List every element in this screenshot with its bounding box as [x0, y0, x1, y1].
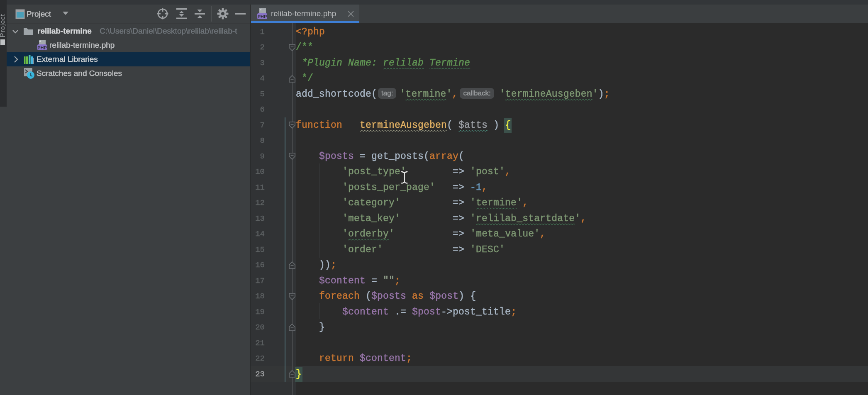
svg-text:PHP: PHP	[258, 14, 267, 19]
svg-text:PHP: PHP	[37, 45, 47, 50]
